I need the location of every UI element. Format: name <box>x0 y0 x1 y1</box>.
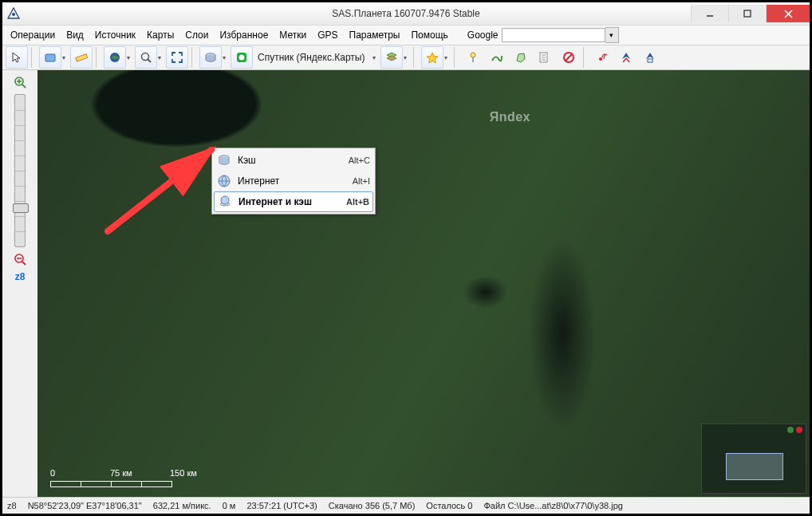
map-source-label[interactable]: Спутник (Яндекс.Карты) <box>254 52 368 63</box>
map-indicator[interactable] <box>231 46 253 69</box>
chevron-down-icon[interactable]: ▾ <box>124 47 132 68</box>
toolbar: ▾ ▾ ▾ ▾ Спутник (Яндекс.Карты) ▾ ▾ ▾ <box>2 45 810 70</box>
menu-source[interactable]: Источник <box>90 28 140 42</box>
hide-marks-tool[interactable] <box>558 46 580 69</box>
dropdown-item-label: Кэш <box>238 155 342 166</box>
zoom-thumb[interactable] <box>13 203 29 213</box>
chevron-down-icon[interactable]: ▾ <box>401 47 409 68</box>
search-provider[interactable]: Google <box>464 30 502 41</box>
menubar: Операции Вид Источник Карты Слои Избранн… <box>2 26 810 45</box>
svg-line-21 <box>566 54 572 61</box>
zoom-slider[interactable] <box>14 94 26 247</box>
menu-gps[interactable]: GPS <box>313 28 342 42</box>
svg-point-22 <box>599 57 602 61</box>
dropdown-item-label: Интернет <box>238 175 346 187</box>
menu-layers[interactable]: Слои <box>180 28 213 42</box>
cursor-tool[interactable] <box>6 46 28 69</box>
svg-rect-23 <box>648 59 652 62</box>
zoom-in-icon[interactable] <box>13 75 27 89</box>
chevron-down-icon[interactable]: ▾ <box>60 47 68 68</box>
pin-tool[interactable] <box>462 46 484 69</box>
maximize-button[interactable] <box>728 5 766 22</box>
dropdown-item-internet[interactable]: Интернет Alt+I <box>214 171 373 191</box>
fullscreen-tool[interactable] <box>166 46 188 69</box>
toolbar-separator <box>31 47 36 68</box>
minimap[interactable] <box>701 423 806 494</box>
scale-bar: 0 75 км 150 км <box>50 468 230 487</box>
globe-database-icon <box>218 195 232 209</box>
status-remaining: Осталось 0 <box>426 501 472 510</box>
search-input[interactable] <box>502 28 605 42</box>
dropdown-item-shortcut: Alt+I <box>353 176 370 186</box>
status-coords: N58°52'23,09" E37°18'06,31" <box>28 501 142 510</box>
menu-help[interactable]: Помощь <box>406 28 452 42</box>
polygon-tool[interactable] <box>510 46 532 69</box>
chevron-down-icon[interactable]: ▾ <box>156 47 164 68</box>
layers-tool[interactable]: ▾ <box>380 46 403 69</box>
status-file: Файл C:\Use...at\z8\0\x77\0\y38.jpg <box>483 501 622 510</box>
toolbar-separator <box>454 47 459 68</box>
svg-point-34 <box>221 196 229 204</box>
titlebar: SAS.Планета 160707.9476 Stable <box>2 2 810 26</box>
menu-marks[interactable]: Метки <box>274 28 311 42</box>
zoom-tool[interactable]: ▾ <box>135 46 157 69</box>
dropdown-item-label: Интернет и кэш <box>238 196 340 207</box>
chevron-down-icon[interactable]: ▾ <box>369 54 379 61</box>
menu-params[interactable]: Параметры <box>345 28 405 42</box>
status-time: 23:57:21 (UTC+3) <box>246 501 317 510</box>
path-tool[interactable] <box>486 46 508 69</box>
chevron-down-icon[interactable]: ▾ <box>220 47 228 68</box>
dropdown-item-cache[interactable]: Кэш Alt+C <box>214 150 373 171</box>
svg-point-1 <box>12 13 15 16</box>
gps-follow-tool[interactable] <box>615 46 637 69</box>
app-icon <box>7 7 20 20</box>
menu-maps[interactable]: Карты <box>142 28 179 42</box>
ruler-tool[interactable] <box>70 46 93 69</box>
status-mpp: 632,21 м/пикс. <box>153 501 211 510</box>
menu-view[interactable]: Вид <box>61 28 89 42</box>
goto-tool[interactable]: ▾ <box>104 46 126 69</box>
map-viewport[interactable]: Яndex 0 75 км 150 км <box>37 70 810 497</box>
chevron-down-icon[interactable]: ▾ <box>442 47 450 68</box>
zoom-out-icon[interactable] <box>13 252 27 266</box>
toolbar-separator <box>191 47 196 68</box>
marks-manager-tool[interactable] <box>534 46 556 69</box>
scale-label-0: 0 <box>50 468 110 478</box>
menu-operations[interactable]: Операции <box>6 28 60 42</box>
gps-center-tool[interactable] <box>639 46 661 69</box>
dropdown-item-shortcut: Alt+C <box>349 156 370 165</box>
source-tool[interactable]: ▾ <box>199 46 222 69</box>
status-downloaded: Скачано 356 (5,7 Мб) <box>329 501 416 510</box>
scale-label-1: 75 км <box>110 468 170 478</box>
svg-rect-7 <box>76 54 88 61</box>
scale-label-2: 150 км <box>170 468 230 478</box>
toolbar-separator <box>583 47 588 68</box>
minimap-controls[interactable] <box>787 427 802 433</box>
selection-tool[interactable]: ▾ <box>39 46 61 69</box>
gps-connect-tool[interactable] <box>591 46 613 69</box>
dropdown-item-shortcut: Alt+B <box>346 197 369 207</box>
window-title: SAS.Планета 160707.9476 Stable <box>2 8 810 19</box>
search-dropdown[interactable]: ▾ <box>605 27 619 43</box>
content-area: z8 Яndex 0 75 км 150 км <box>2 70 810 497</box>
status-elevation: 0 м <box>223 501 236 510</box>
menu-favorites[interactable]: Избранное <box>215 28 273 42</box>
statusbar: z8 N58°52'23,09" E37°18'06,31" 632,21 м/… <box>2 497 810 514</box>
svg-point-14 <box>471 53 475 57</box>
zoom-level-label: z8 <box>15 271 26 282</box>
svg-line-30 <box>22 262 26 265</box>
svg-point-13 <box>239 55 245 61</box>
minimap-viewport[interactable] <box>726 453 783 480</box>
minimize-button[interactable] <box>691 5 728 22</box>
globe-icon <box>217 174 231 188</box>
zoom-sidebar: z8 <box>2 70 38 497</box>
toolbar-separator <box>413 47 418 68</box>
close-button[interactable] <box>766 5 810 22</box>
satellite-imagery <box>37 70 810 497</box>
search-box: Google ▾ <box>464 27 619 43</box>
favorites-tool[interactable]: ▾ <box>421 46 443 69</box>
svg-line-27 <box>22 85 26 88</box>
database-icon <box>217 153 231 167</box>
dropdown-item-internet-cache[interactable]: Интернет и кэш Alt+B <box>214 191 373 212</box>
status-zoom: z8 <box>7 501 17 510</box>
